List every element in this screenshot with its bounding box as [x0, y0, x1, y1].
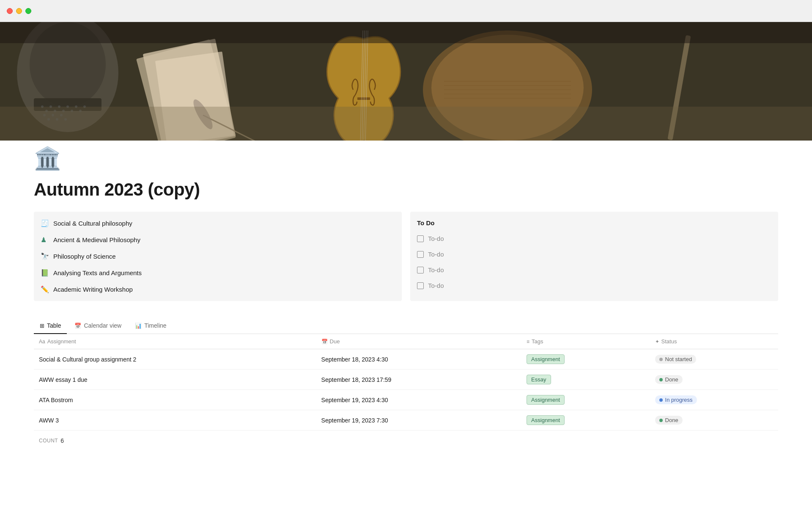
course-name-social: Social & Cultural philosophy	[53, 220, 132, 227]
course-item-social[interactable]: 🧾 Social & Cultural philosophy	[34, 215, 402, 232]
td-due-2: September 18, 2023 17:59	[316, 370, 522, 389]
th-assignment[interactable]: Aa Assignment	[34, 338, 316, 345]
page-title[interactable]: Autumn 2023 (copy)	[34, 179, 778, 200]
td-due-1: September 18, 2023 4:30	[316, 349, 522, 369]
course-name-writing: Academic Writing Workshop	[53, 286, 133, 293]
tag-badge-1[interactable]: Assignment	[527, 354, 565, 364]
td-name-2: AWW essay 1 due	[34, 370, 316, 389]
status-text-3: In progress	[665, 397, 693, 403]
td-status-4: Done	[650, 410, 778, 430]
minimize-button[interactable]	[16, 8, 22, 14]
tab-timeline-label: Timeline	[144, 322, 166, 329]
calendar-icon: 📅	[74, 323, 81, 329]
th-due-label: Due	[330, 338, 340, 345]
cover-image	[0, 22, 812, 141]
tab-calendar[interactable]: 📅 Calendar view	[69, 318, 127, 334]
table-row[interactable]: Social & Cultural group assignment 2 Sep…	[34, 349, 778, 370]
status-text-2: Done	[665, 376, 678, 383]
th-status[interactable]: ✦ Status	[650, 338, 778, 345]
status-badge-3: In progress	[655, 395, 697, 404]
course-item-writing[interactable]: ✏️ Academic Writing Workshop	[34, 281, 402, 298]
count-value: 6	[60, 437, 64, 444]
table-row[interactable]: ATA Bostrom September 19, 2023 4:30 Assi…	[34, 390, 778, 410]
tab-table-label: Table	[47, 322, 61, 329]
todo-text-1: To-do	[428, 235, 444, 242]
tab-calendar-label: Calendar view	[84, 322, 121, 329]
course-list: 🧾 Social & Cultural philosophy ♟ Ancient…	[34, 212, 402, 301]
table-row[interactable]: AWW 3 September 19, 2023 7:30 Assignment…	[34, 410, 778, 431]
th-tags[interactable]: ≡ Tags	[521, 338, 650, 345]
table-header: Aa Assignment 📅 Due ≡ Tags ✦ Status	[34, 334, 778, 349]
todo-checkbox-3[interactable]	[417, 267, 424, 273]
todo-checkbox-4[interactable]	[417, 282, 424, 289]
status-dot-1	[659, 358, 663, 361]
td-tag-2: Essay	[521, 370, 650, 389]
count-label: COUNT	[39, 438, 58, 444]
main-content: Autumn 2023 (copy) 🧾 Social & Cultural p…	[0, 169, 812, 468]
todo-checkbox-2[interactable]	[417, 251, 424, 258]
status-badge-4: Done	[655, 416, 683, 425]
todo-header: To Do	[410, 215, 778, 231]
close-button[interactable]	[7, 8, 13, 14]
view-tabs: ⊞ Table 📅 Calendar view 📊 Timeline	[34, 318, 778, 334]
tab-table[interactable]: ⊞ Table	[34, 318, 67, 334]
page-icon: 🏛️	[34, 147, 778, 169]
course-icon-science: 🔭	[41, 252, 49, 260]
page-icon-area: 🏛️	[0, 141, 812, 169]
course-item-ancient[interactable]: ♟ Ancient & Medieval Philosophy	[34, 232, 402, 248]
course-name-analysing: Analysing Texts and Arguments	[53, 269, 142, 276]
todo-item-1[interactable]: To-do	[410, 231, 778, 246]
course-icon-social: 🧾	[41, 219, 49, 227]
td-due-3: September 19, 2023 4:30	[316, 390, 522, 410]
status-dot-4	[659, 419, 663, 422]
td-due-4: September 19, 2023 7:30	[316, 410, 522, 430]
status-text-4: Done	[665, 417, 678, 423]
td-status-2: Done	[650, 370, 778, 389]
status-text-1: Not started	[665, 356, 692, 362]
tag-badge-4[interactable]: Assignment	[527, 415, 565, 425]
th-tags-icon: ≡	[527, 339, 529, 345]
td-tag-4: Assignment	[521, 410, 650, 430]
fullscreen-button[interactable]	[25, 8, 31, 14]
svg-rect-41	[0, 22, 812, 43]
todo-item-2[interactable]: To-do	[410, 246, 778, 262]
td-name-1: Social & Cultural group assignment 2	[34, 349, 316, 369]
tag-badge-3[interactable]: Assignment	[527, 395, 565, 405]
th-assignment-label: Assignment	[47, 338, 76, 345]
svg-rect-27	[357, 97, 370, 100]
count-row: COUNT 6	[34, 431, 778, 451]
course-item-analysing[interactable]: 📗 Analysing Texts and Arguments	[34, 265, 402, 281]
todo-text-4: To-do	[428, 282, 444, 289]
td-status-1: Not started	[650, 349, 778, 369]
todo-item-4[interactable]: To-do	[410, 278, 778, 293]
td-name-3: ATA Bostrom	[34, 390, 316, 410]
todo-section: To Do To-do To-do To-do To-do	[410, 212, 778, 301]
todo-text-3: To-do	[428, 266, 444, 273]
table-row[interactable]: AWW essay 1 due September 18, 2023 17:59…	[34, 370, 778, 390]
th-assignment-icon: Aa	[39, 339, 45, 345]
td-status-3: In progress	[650, 390, 778, 410]
todo-item-3[interactable]: To-do	[410, 262, 778, 278]
tab-timeline[interactable]: 📊 Timeline	[129, 318, 172, 334]
table-icon: ⊞	[40, 323, 44, 329]
todo-checkbox-1[interactable]	[417, 235, 424, 242]
th-status-label: Status	[661, 338, 677, 345]
timeline-icon: 📊	[135, 323, 142, 329]
course-item-science[interactable]: 🔭 Philosophy of Science	[34, 248, 402, 265]
course-icon-analysing: 📗	[41, 269, 49, 277]
course-name-science: Philosophy of Science	[53, 253, 116, 260]
todo-text-2: To-do	[428, 251, 444, 258]
svg-rect-40	[0, 107, 812, 141]
window-chrome	[0, 0, 812, 22]
status-dot-3	[659, 398, 663, 402]
th-due[interactable]: 📅 Due	[316, 338, 522, 345]
tag-badge-2[interactable]: Essay	[527, 375, 551, 384]
course-icon-writing: ✏️	[41, 285, 49, 293]
course-name-ancient: Ancient & Medieval Philosophy	[53, 236, 140, 243]
course-icon-ancient: ♟	[41, 236, 49, 244]
th-tags-label: Tags	[532, 338, 543, 345]
td-tag-3: Assignment	[521, 390, 650, 410]
td-tag-1: Assignment	[521, 349, 650, 369]
status-dot-2	[659, 378, 663, 381]
th-due-icon: 📅	[321, 339, 328, 345]
